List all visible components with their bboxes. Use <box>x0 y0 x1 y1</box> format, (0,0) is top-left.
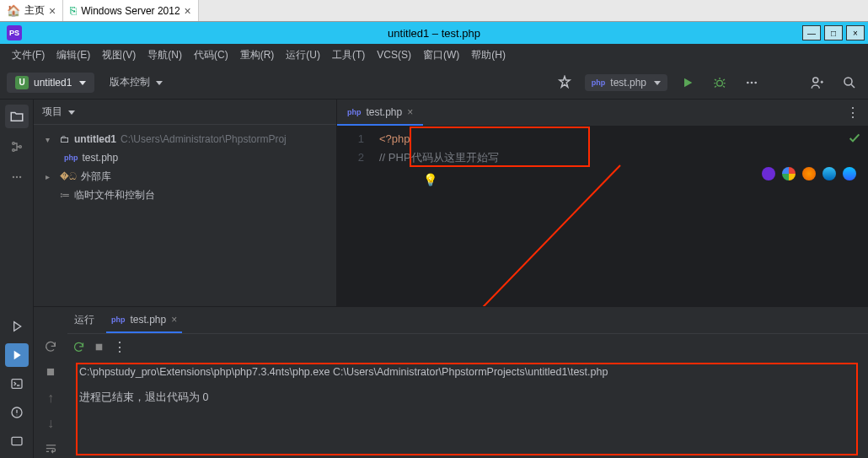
rerun-output-button[interactable] <box>72 341 85 353</box>
phpstorm-preview-icon[interactable] <box>762 167 775 181</box>
chrome-icon[interactable] <box>782 167 796 181</box>
tree-file-testphp[interactable]: php test.php <box>37 148 333 167</box>
panel-title: 项目 <box>42 105 62 119</box>
expand-icon[interactable]: ▾ <box>46 135 56 144</box>
line-number: 2 <box>337 148 364 167</box>
menu-window[interactable]: 窗口(W) <box>418 46 464 64</box>
close-icon[interactable]: × <box>171 314 177 326</box>
firefox-icon[interactable] <box>802 167 816 181</box>
project-icon: U <box>15 76 29 89</box>
menu-refactor[interactable]: 重构(R) <box>235 46 280 64</box>
scroll-up-button[interactable]: ↑ <box>40 388 62 407</box>
php-icon: php <box>111 315 126 324</box>
expand-icon[interactable]: ▸ <box>46 172 56 181</box>
intention-bulb-icon[interactable]: 💡 <box>423 170 437 189</box>
window-title: untitled1 – test.php <box>388 27 480 40</box>
structure-tool-button[interactable] <box>5 135 29 159</box>
code-with-me-button[interactable] <box>806 71 829 94</box>
tab-more-button[interactable]: ⋮ <box>838 100 868 126</box>
library-icon: �ධ <box>60 170 77 182</box>
project-name: untitled1 <box>34 77 72 89</box>
ext-lib-label: 外部库 <box>81 170 111 184</box>
close-icon[interactable]: × <box>185 4 191 18</box>
build-icon[interactable] <box>553 71 576 94</box>
php-icon: php <box>347 108 362 116</box>
svg-point-11 <box>19 176 20 178</box>
edge-icon[interactable] <box>843 167 856 181</box>
more-actions-button[interactable] <box>740 71 764 94</box>
editor-tab-testphp[interactable]: php test.php × <box>337 100 423 126</box>
menu-code[interactable]: 代码(C) <box>189 46 233 64</box>
rerun-button[interactable] <box>40 337 62 356</box>
phpstorm-icon: PS <box>7 25 22 40</box>
php-icon: php <box>64 154 78 162</box>
menu-file[interactable]: 文件(F) <box>7 46 50 64</box>
code-line: <?php <box>379 130 499 148</box>
project-tool-button[interactable] <box>5 105 29 128</box>
root-name: untitled1 <box>74 133 116 145</box>
chevron-down-icon[interactable] <box>66 106 75 118</box>
chevron-down-icon <box>77 77 86 89</box>
stop-output-button[interactable] <box>94 342 104 353</box>
output-more-button[interactable]: ⋮ <box>113 339 126 355</box>
tree-external-libs[interactable]: ▸ �ධ 外部库 <box>37 167 333 186</box>
soft-wrap-button[interactable] <box>40 439 62 458</box>
tree-scratches[interactable]: ≔ 临时文件和控制台 <box>37 186 333 204</box>
vcs-tool-button[interactable] <box>5 429 29 453</box>
more-tool-button[interactable] <box>5 165 29 189</box>
run-output-toolbar: ⋮ <box>67 334 868 359</box>
php-icon: php <box>592 78 606 87</box>
maximize-button[interactable]: □ <box>824 25 843 40</box>
os-tab-home[interactable]: 🏠 主页 × <box>0 0 63 21</box>
os-tab-label: Windows Server 2012 <box>81 5 179 17</box>
tree-root[interactable]: ▾ 🗀 untitled1 C:\Users\Administrator\Php… <box>37 130 333 148</box>
search-everywhere-button[interactable] <box>838 71 861 94</box>
run-panel-tabs: 运行 php test.php × <box>67 307 868 334</box>
svg-rect-17 <box>96 343 103 350</box>
svg-rect-16 <box>47 369 54 375</box>
close-button[interactable]: × <box>846 25 865 40</box>
terminal-tool-button[interactable] <box>5 372 29 396</box>
os-tab-winserver[interactable]: ⎘ Windows Server 2012 × <box>63 0 199 21</box>
svg-point-2 <box>751 81 753 84</box>
menu-edit[interactable]: 编辑(E) <box>51 46 95 64</box>
run-tab-label: test.php <box>131 314 167 326</box>
svg-point-4 <box>813 78 818 83</box>
svg-point-9 <box>12 176 13 178</box>
run-panel: ↑ ↓ 运行 php test.php × ⋮ C:\phpstudy_pro\… <box>34 306 868 458</box>
chevron-down-icon <box>153 77 163 89</box>
os-window-tabs: 🏠 主页 × ⎘ Windows Server 2012 × <box>0 0 868 22</box>
menu-tools[interactable]: 工具(T) <box>327 46 370 64</box>
svg-point-3 <box>754 81 757 84</box>
menu-help[interactable]: 帮助(H) <box>466 46 511 64</box>
menu-run[interactable]: 运行(U) <box>281 46 325 64</box>
problems-tool-button[interactable] <box>5 401 29 424</box>
home-icon: 🏠 <box>7 4 20 17</box>
vc-label: 版本控制 <box>110 75 150 89</box>
menu-bar: 文件(F) 编辑(E) 视图(V) 导航(N) 代码(C) 重构(R) 运行(U… <box>0 44 868 66</box>
run-button[interactable] <box>676 71 699 94</box>
run-tab-testphp[interactable]: php test.php × <box>106 307 182 333</box>
svg-point-5 <box>844 78 852 85</box>
os-tab-label: 主页 <box>24 3 45 18</box>
menu-vcs[interactable]: VCS(S) <box>372 47 416 62</box>
toolbar: U untitled1 版本控制 php test.php <box>0 66 868 100</box>
project-selector[interactable]: U untitled1 <box>7 73 94 93</box>
stop-button[interactable] <box>40 363 62 381</box>
run-tool-button[interactable] <box>5 343 29 367</box>
inspection-ok-icon[interactable] <box>848 132 861 145</box>
close-icon[interactable]: × <box>407 106 413 118</box>
run-output[interactable]: C:\phpstudy_pro\Extensions\php\php7.3.4n… <box>67 359 868 458</box>
close-icon[interactable]: × <box>49 4 56 18</box>
scroll-down-button[interactable]: ↓ <box>40 414 62 433</box>
menu-navigate[interactable]: 导航(N) <box>142 46 187 64</box>
window-titlebar: PS untitled1 – test.php — □ × <box>0 22 868 44</box>
version-control-selector[interactable]: 版本控制 <box>103 72 169 93</box>
minimize-button[interactable]: — <box>802 25 821 40</box>
run-config-selector[interactable]: php test.php <box>585 74 667 91</box>
ie-icon[interactable] <box>822 167 836 181</box>
run-tool-indicator[interactable] <box>5 315 29 338</box>
menu-view[interactable]: 视图(V) <box>97 46 141 64</box>
debug-button[interactable] <box>708 71 731 94</box>
run-config-name: test.php <box>610 77 646 89</box>
